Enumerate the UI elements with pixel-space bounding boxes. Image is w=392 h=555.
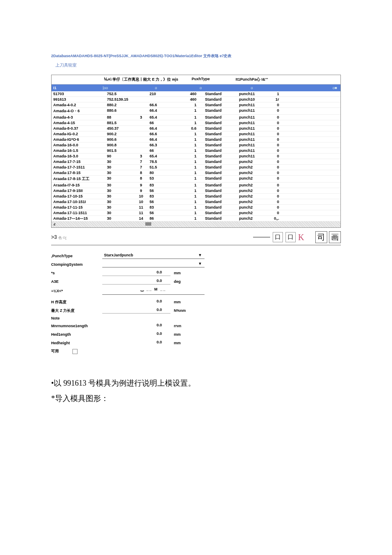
filter-name[interactable]: I1 (52, 86, 103, 90)
cell-f: punch11 (235, 148, 269, 153)
cell-d: 1 (175, 216, 201, 221)
table-row[interactable]: Araada-I7-9-15309831Standardpunch20 (52, 183, 340, 188)
table-row[interactable]: Amada-17-11-153011831Standardpunch20 (52, 205, 340, 210)
cell-b (133, 143, 150, 147)
table-row[interactable]: Amada-16-3.090365.41Standardpunch110 (52, 154, 340, 159)
cell-e: Standard (201, 165, 235, 169)
maxz-unit: N%nm (170, 308, 196, 313)
table-row[interactable]: Amada-4-15881.5661Standardpunch110 (52, 120, 340, 126)
table-row[interactable]: Amada-17-10-151I3010561Standardpunch20 (52, 199, 340, 205)
cell-name: Amada-17-9-15II (52, 189, 103, 193)
cell-c: 66.3 (150, 143, 175, 147)
cell-d: 1 (175, 194, 201, 198)
cell-b (133, 97, 150, 102)
cell-f: punch2 (235, 194, 269, 198)
cell-b: 7 (133, 160, 150, 164)
cell-d: 1 (175, 132, 201, 136)
table-row[interactable]: Amada-17-10-153010831Standardpunch20 (52, 194, 340, 199)
filter-5[interactable]: o (222, 86, 282, 90)
s-input[interactable]: 0.0 (102, 270, 170, 276)
table-row[interactable]: Amada-17-7-151130751.51Standardpunch20 (52, 165, 340, 170)
footer-scrollbar-icon[interactable] (145, 222, 151, 226)
a3e-unit: deg (170, 279, 196, 284)
cell-name: Amada-4-3 (52, 115, 103, 119)
filter-4[interactable]: o (179, 86, 222, 90)
minnose-value: 0.0 (102, 323, 170, 329)
cell-g: 0 (269, 200, 282, 204)
table-row[interactable]: Amada-17-11-15113011561Standardpunch20 (52, 210, 340, 216)
k-icon[interactable]: K (298, 232, 304, 242)
table-row[interactable]: Amada-17-8-15308801Standardpunch20 (52, 170, 340, 176)
right-box-1[interactable]: 司 (315, 231, 327, 243)
right-box-2[interactable]: 画 (329, 231, 341, 243)
cell-e: Standard (201, 148, 235, 153)
chevron-down-icon: ▼ (198, 253, 205, 259)
cell-name: Amada-17-8-15 (52, 171, 103, 175)
table-row[interactable]: 51703752.5210460Standardpunch111 (52, 91, 340, 97)
table-row[interactable]: Amada-IG-0.2900.266.61Standardpunch110 (52, 131, 340, 137)
form-area: ,PunchType StarxJardpuncb ▼ CtompingSyst… (51, 253, 341, 354)
cell-c: 56 (150, 200, 175, 204)
cell-a: 30 (103, 160, 133, 164)
table-footer: 4 (52, 221, 340, 227)
table-row[interactable]: Amada-17-9-15II309561Standardpunch20 (52, 188, 340, 194)
table-row[interactable]: Amada-16-1.5901.5661Standardpunch110 (52, 148, 340, 154)
cell-b: 3 (133, 154, 150, 158)
table-row[interactable]: Amada-4-0.2880.266.61Standardpunch110 (52, 102, 340, 108)
cell-a: 90 (103, 154, 133, 158)
table-row[interactable]: Amada-17—14—153014861Standardpunch20„. (52, 216, 340, 221)
punchtype-select[interactable]: StarxJardpuncb ▼ (102, 253, 205, 259)
cell-c: 86 (150, 216, 175, 221)
cell-e: Standard (201, 126, 235, 131)
cell-e: Standard (201, 216, 235, 221)
cell-c (150, 97, 175, 102)
cell-e: Standard (201, 121, 235, 125)
header-path: 2DatabaseAMADAHDS-8025-NT(PreSSJJK_AMADA… (51, 53, 341, 59)
cell-f: punch2 (235, 205, 269, 209)
available-checkbox[interactable] (72, 349, 78, 354)
table-row[interactable]: Amada-IG*O·6900.666.41Standardpunch110 (52, 137, 340, 142)
filter-6[interactable]: o■ (282, 86, 340, 90)
cell-c: 56 (150, 211, 175, 215)
cell-e: Standard (201, 205, 235, 209)
table-row[interactable]: Amada-4-O・6880.666.41Standardpunch110 (52, 108, 340, 115)
cell-b: 9 (133, 189, 150, 193)
filter-row[interactable]: I1 |oo o o o o■ (52, 84, 340, 91)
box-icon-2[interactable]: 口 (285, 232, 296, 242)
cell-e: Standard (201, 103, 235, 107)
table-row[interactable]: Amada-16-0.0900.866.31Standardpunch110 (52, 142, 340, 148)
cell-e: Standard (201, 132, 235, 136)
cell-a: 450.37 (103, 126, 133, 131)
cell-b: 8 (133, 176, 150, 182)
cell-d: 1 (175, 165, 201, 169)
arrow-icon[interactable] (253, 237, 270, 238)
cell-c: 66.4 (150, 126, 175, 131)
cell-b: 7 (133, 165, 150, 169)
note-label: Note (51, 316, 102, 320)
table-row[interactable]: Araada-17-8-15 工工308531Standardpunch20 (52, 176, 340, 183)
cell-a: 88 (103, 115, 133, 119)
maxz-input[interactable]: 0.0 (102, 308, 170, 314)
clamping-select[interactable]: ▼ (102, 262, 205, 267)
cell-g: 0 (269, 165, 282, 169)
a3e-input[interactable]: 0.0 (102, 279, 170, 285)
xk-label: ≡¾X<* (51, 289, 102, 293)
cell-f: punch2 (235, 189, 269, 193)
cell-g: 0 (269, 176, 282, 182)
table-row[interactable]: 991613752.5139.15460Standardpunch101r (52, 97, 340, 102)
cell-e: Standard (201, 176, 235, 182)
cell-f: punch11 (235, 103, 269, 107)
box-icon-1[interactable]: 口 (273, 232, 283, 242)
cell-f: punch11 (235, 121, 269, 125)
cell-a: 901.5 (103, 148, 133, 153)
cell-name: Araada-I7-9-15 (52, 183, 103, 187)
cell-a: 752.5139.15 (103, 97, 133, 102)
table-row[interactable]: Amada-17-7-1530778.51Standardpunch20 (52, 159, 340, 165)
table-row[interactable]: Amada-8-0.37450.3766.40.6Standardpunch11… (52, 126, 340, 131)
filter-3[interactable]: o (133, 86, 179, 90)
cell-c: 80 (150, 171, 175, 175)
filter-2[interactable]: |oo (103, 86, 133, 90)
cell-e: Standard (201, 143, 235, 147)
table-row[interactable]: Amada-4-388365.41Standardpunch110 (52, 115, 340, 120)
cell-a: 30 (103, 200, 133, 204)
